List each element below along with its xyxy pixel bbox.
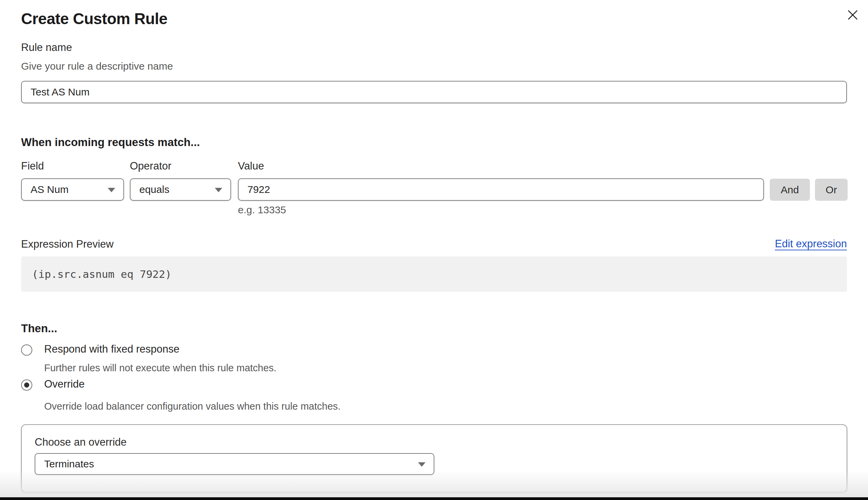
value-hint: e.g. 13335: [238, 204, 286, 216]
override-select[interactable]: Terminates: [35, 453, 434, 475]
or-button[interactable]: Or: [815, 179, 848, 201]
expression-code: (ip.src.asnum eq 7922): [32, 268, 172, 280]
close-button[interactable]: [846, 9, 859, 22]
override-panel: Choose an override Terminates: [21, 424, 847, 492]
close-icon: [847, 16, 858, 22]
value-label: Value: [238, 160, 264, 172]
rule-name-label: Rule name: [21, 42, 72, 54]
radio-respond-fixed-response[interactable]: [21, 344, 32, 356]
expression-preview-label: Expression Preview: [21, 238, 113, 250]
chevron-down-icon: [215, 188, 222, 192]
radio-respond-fixed-response-helper: Further rules will not execute when this…: [44, 362, 276, 374]
edit-expression-link[interactable]: Edit expression: [775, 238, 847, 250]
create-custom-rule-dialog: Create Custom Rule Rule name Give your r…: [0, 0, 868, 500]
field-select[interactable]: AS Num: [21, 178, 124, 201]
operator-label: Operator: [130, 160, 171, 172]
chevron-down-icon: [108, 188, 115, 192]
chevron-down-icon: [418, 462, 426, 467]
rule-name-helper: Give your rule a descriptive name: [21, 60, 173, 72]
field-select-value: AS Num: [31, 184, 69, 195]
rule-name-input[interactable]: [21, 81, 847, 103]
operator-select-value: equals: [139, 184, 169, 195]
match-section-heading: When incoming requests match...: [21, 136, 200, 149]
then-section-heading: Then...: [21, 322, 57, 335]
radio-override[interactable]: [21, 379, 32, 391]
radio-respond-fixed-response-label[interactable]: Respond with fixed response: [44, 343, 179, 355]
operator-select[interactable]: equals: [130, 178, 231, 201]
radio-override-helper: Override load balancer configuration val…: [44, 401, 340, 412]
field-label: Field: [21, 160, 44, 172]
value-input[interactable]: [238, 178, 764, 201]
and-button[interactable]: And: [770, 179, 810, 201]
bottom-edge-bar: [0, 497, 868, 500]
radio-override-label[interactable]: Override: [44, 378, 84, 390]
expression-preview-block: (ip.src.asnum eq 7922): [21, 257, 847, 292]
radio-selected-dot: [24, 383, 29, 388]
choose-override-label: Choose an override: [35, 436, 127, 448]
dialog-title: Create Custom Rule: [21, 10, 168, 28]
override-select-value: Terminates: [44, 458, 94, 470]
